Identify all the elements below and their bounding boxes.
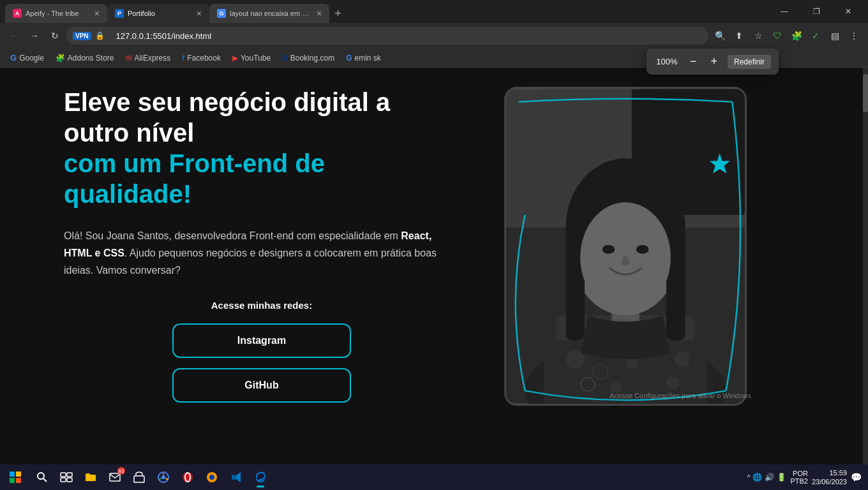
svg-rect-30 [61,473,66,477]
tab-close-google[interactable]: × [317,8,322,19]
taskbar: 83 [0,464,868,490]
bookmark-facebook[interactable]: f Facebook [177,52,226,64]
back-button[interactable]: ← [5,27,23,45]
zoom-reset-button[interactable]: Redefinir [728,55,771,69]
svg-point-11 [602,245,615,254]
locale-variant: PTB2 [790,477,808,485]
taskbar-start[interactable] [4,466,27,489]
bookmark-booking[interactable]: B Booking.com [277,52,340,64]
address-bar[interactable] [108,27,702,45]
tray-sound: 🔊 [765,473,774,482]
scrollbar[interactable] [863,68,868,464]
bookmark-favicon-youtube: ▶ [232,54,238,63]
svg-point-37 [161,475,165,479]
tray-battery: 🔋 [777,473,786,482]
chrome-icon [157,471,170,484]
close-button[interactable]: ✕ [834,0,863,23]
bookmark-aliexpress[interactable]: ✉ AliExpress [121,52,176,64]
bookmark-favicon-facebook: f [182,54,184,63]
profile-photo-svg [506,89,745,404]
zoom-plus-button[interactable]: + [707,54,721,70]
share-icon[interactable]: ⬆ [730,27,748,45]
taskbar-firefox[interactable] [200,466,223,489]
bookmark-favicon-emin: G [346,54,352,63]
scrollbar-thumb[interactable] [863,74,868,112]
mail-badge: 83 [117,467,125,475]
bookmark-favicon-booking: B [282,54,288,63]
tray-chevron[interactable]: ^ [747,474,751,481]
more-icon[interactable]: ⋮ [845,27,863,45]
hero-desc-before: Olá! Sou Joana Santos, desenvolvedora Fr… [64,230,401,241]
svg-point-15 [593,364,608,380]
svg-point-28 [38,473,44,479]
tab-portifolio[interactable]: P Portifolio × [107,4,209,23]
lock-icon: 🔒 [95,31,105,40]
bookmark-label-addons: Addons Store [68,54,114,63]
taskbar-edge[interactable] [249,466,272,489]
notification-icon[interactable]: 💬 [851,472,862,482]
left-content: Eleve seu negócio digital a outro nível … [64,87,460,413]
clock-date: 23/06/2023 [812,477,847,486]
svg-rect-35 [134,476,144,482]
sidebar-icon[interactable]: ▤ [826,27,844,45]
tab-close-apeify[interactable]: × [94,8,100,19]
extension-icon[interactable]: 🧩 [788,27,805,45]
edge-icon [254,471,267,484]
taskbar-task-view[interactable] [55,466,78,489]
minimize-button[interactable]: — [770,0,799,23]
svg-rect-27 [16,478,21,483]
tab-label-google: layout nao encaixa em 100% goo... [230,10,313,17]
tab-close-portifolio[interactable]: × [197,8,202,19]
github-button[interactable]: GitHub [172,368,351,403]
bookmark-youtube[interactable]: ▶ YouTube [227,52,276,64]
bookmark-star-icon[interactable]: ☆ [749,27,767,45]
bookmark-addons[interactable]: 🧩 Addons Store [50,52,119,64]
taskbar-right: ^ 🌐 🔊 🔋 POR PTB2 15:59 23/06/2023 💬 [747,468,864,487]
shield-icon[interactable]: 🛡 [768,27,786,45]
taskbar-opera[interactable] [176,466,199,489]
social-label: Acesse minhas redes: [64,300,460,311]
page-content: Eleve seu negócio digital a outro nível … [0,68,868,464]
opera-icon [181,471,194,484]
new-tab-button[interactable]: + [329,4,347,23]
bookmark-label-emin: emin sk [354,54,380,63]
taskbar-mail[interactable]: 83 [103,466,126,489]
taskbar-store[interactable] [128,466,151,489]
lens-icon[interactable]: 🔍 [711,27,729,45]
forward-button[interactable]: → [26,27,43,45]
zoom-minus-button[interactable]: − [686,54,701,70]
task-view-icon [60,471,73,484]
taskbar-search[interactable] [31,466,54,489]
vpn-icon: VPN [73,32,91,40]
tab-apeify[interactable]: A Apeify - The tribe × [5,4,107,23]
tab-favicon-google: G [217,9,226,18]
svg-rect-33 [67,478,72,482]
taskbar-vscode[interactable] [225,466,248,489]
bookmark-google[interactable]: G Google [5,51,49,64]
windows-watermark: Acesse Configurações para ativar o Windo… [610,391,753,401]
clock-time: 15:59 [812,468,847,477]
svg-point-41 [183,472,193,482]
svg-rect-32 [61,478,66,482]
profile-icon[interactable]: ✓ [807,27,825,45]
zoom-level: 100% [654,57,680,66]
instagram-button[interactable]: Instagram [172,323,351,358]
maximize-button[interactable]: ❐ [802,0,831,23]
windows-start-icon [9,471,22,484]
svg-rect-26 [10,478,15,483]
bookmark-favicon-addons: 🧩 [56,54,65,63]
tab-google-search[interactable]: G layout nao encaixa em 100% goo... × [209,4,329,23]
refresh-button[interactable]: ↻ [46,27,64,45]
locale-lang: POR [793,470,808,477]
system-tray: ^ 🌐 🔊 🔋 [747,473,787,482]
tabs-area: A Apeify - The tribe × P Portifolio × G … [5,0,770,23]
svg-rect-25 [16,471,21,477]
taskbar-chrome[interactable] [152,466,175,489]
photo-frame [504,87,747,406]
taskbar-file-explorer[interactable] [79,466,102,489]
folder-icon [84,471,97,484]
svg-rect-24 [10,471,15,477]
window-controls: — ❐ ✕ [770,0,863,23]
main-layout: Eleve seu negócio digital a outro nível … [0,68,868,464]
bookmark-emin[interactable]: G emin sk [341,52,386,64]
